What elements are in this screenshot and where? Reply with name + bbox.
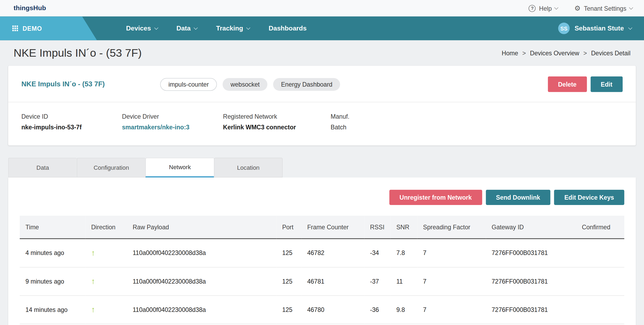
delete-button[interactable]: Delete [548,76,587,92]
device-field-manuf: Manuf. Batch [331,113,349,131]
table-header-row: Time Direction Raw Payload Port Frame Co… [20,216,624,239]
cell-direction [86,267,127,295]
device-driver-link[interactable]: smartmakers/nke-ino:3 [122,124,223,131]
nav-item-devices[interactable]: Devices [117,16,167,40]
nav-item-label: Devices [126,25,151,32]
help-menu[interactable]: ? Help [529,5,558,12]
app-logo[interactable]: thingsHub [14,5,46,12]
chevron-down-icon [194,25,198,29]
edit-button[interactable]: Edit [591,76,623,92]
device-field-device-driver: Device Driver smartmakers/nke-ino:3 [122,113,223,131]
device-actions: Delete Edit [548,76,623,92]
nav-item-label: Data [176,25,191,32]
cell-confirmed [572,239,624,267]
cell-raw-payload: 110a000f0402230008d38a [127,239,276,267]
cell-rssi: -36 [364,295,390,324]
chevron-down-icon [246,25,250,29]
tenant-name: DEMO [23,25,42,32]
cell-snr: 11 [391,267,417,295]
network-actions: Unregister from Network Send Downlink Ed… [20,190,624,205]
topbar-right: ? Help ⚙ Tenant Settings [529,5,633,12]
divider [8,102,636,102]
cell-confirmed [572,267,624,295]
breadcrumb-home[interactable]: Home [502,49,530,56]
tab-bar: Data Configuration Network Location [8,158,636,177]
column-header-frame-counter: Frame Counter [301,216,364,239]
cell-gateway-id: 7276FF000B031781 [486,267,572,295]
cell-spreading-factor: 7 [417,295,486,324]
device-field-value: Batch [331,124,349,131]
cell-frame-counter: 46781 [301,267,364,295]
cell-port: 125 [276,267,301,295]
cell-rssi: -34 [364,239,390,267]
cell-port: 125 [276,295,301,324]
tab-data[interactable]: Data [8,158,77,177]
tenant-settings-label: Tenant Settings [584,5,626,12]
cell-time: 4 minutes ago [20,239,86,267]
cell-port: 125 [276,239,301,267]
uplink-arrow-icon [91,278,95,285]
chevron-down-icon [629,5,633,9]
breadcrumb-devices-overview[interactable]: Devices Overview [530,49,591,56]
cell-time: 9 minutes ago [20,267,86,295]
tab-configuration[interactable]: Configuration [77,158,145,177]
cell-raw-payload: 110a000f0402230008d38a [127,267,276,295]
column-header-time: Time [20,216,86,239]
cell-rssi: -37 [364,267,390,295]
cell-direction [86,239,127,267]
nav-item-data[interactable]: Data [167,16,207,40]
device-field-registered-network: Registered Network Kerlink WMC3 connecto… [223,113,331,131]
cell-time: 14 minutes ago [20,295,86,324]
nav-item-label: Tracking [216,25,243,32]
device-card-header: NKE Impuls IN´o - (53 7F) impuls-counter… [21,76,623,92]
column-header-spreading-factor: Spreading Factor [417,216,486,239]
nav-item-tracking[interactable]: Tracking [207,16,259,40]
edit-device-keys-button[interactable]: Edit Device Keys [554,190,624,205]
device-field-value: Kerlink WMC3 connector [223,124,331,131]
tenant-badge[interactable]: DEMO [0,16,97,40]
cell-snr: 9.8 [391,295,417,324]
device-field-label: Manuf. [331,113,349,120]
cell-spreading-factor: 7 [417,239,486,267]
column-header-rssi: RSSI [364,216,390,239]
cell-frame-counter: 46782 [301,239,364,267]
help-label: Help [539,5,552,12]
tenant-settings-menu[interactable]: ⚙ Tenant Settings [574,5,633,12]
network-table: Time Direction Raw Payload Port Frame Co… [20,216,624,324]
user-menu[interactable]: SS Sebastian Stute [558,23,644,34]
nav-item-label: Dashboards [269,25,307,32]
send-downlink-button[interactable]: Send Downlink [486,190,550,205]
device-field-label: Device Driver [122,113,223,120]
cell-frame-counter: 46780 [301,295,364,324]
column-header-snr: SNR [391,216,417,239]
breadcrumb: Home Devices Overview Devices Detail [502,49,631,56]
cell-spreading-factor: 7 [417,267,486,295]
nav-items: Devices Data Tracking Dashboards [117,16,316,40]
tab-location[interactable]: Location [214,158,283,177]
column-header-port: Port [276,216,301,239]
device-field-label: Registered Network [223,113,331,120]
cell-raw-payload: 110a000f0402230008d38a [127,295,276,324]
chevron-down-icon [154,25,158,29]
page-title: NKE Impuls IN´o - (53 7F) [14,47,142,59]
table-row: 9 minutes ago 110a000f0402230008d38a 125… [20,267,624,295]
device-tags: impuls-counter websocket Energy Dashboar… [160,78,340,91]
unregister-button[interactable]: Unregister from Network [389,190,482,205]
help-icon: ? [529,5,536,12]
cell-confirmed [572,295,624,324]
tab-network[interactable]: Network [145,158,214,177]
app-root: thingsHub ? Help ⚙ Tenant Settings [0,0,644,325]
topbar: thingsHub ? Help ⚙ Tenant Settings [0,0,644,16]
cell-snr: 7.8 [391,239,417,267]
tag-pill: impuls-counter [160,78,217,91]
uplink-arrow-icon [91,306,95,313]
column-header-raw-payload: Raw Payload [127,216,276,239]
cell-gateway-id: 7276FF000B031781 [486,239,572,267]
tag-pill: websocket [223,78,267,91]
chevron-down-icon [628,25,632,29]
nav-item-dashboards[interactable]: Dashboards [259,16,316,40]
gear-icon: ⚙ [574,5,580,12]
device-card-title: NKE Impuls IN´o - (53 7F) [21,80,160,88]
page-head: NKE Impuls IN´o - (53 7F) Home Devices O… [0,40,644,66]
cell-gateway-id: 7276FF000B031781 [486,295,572,324]
